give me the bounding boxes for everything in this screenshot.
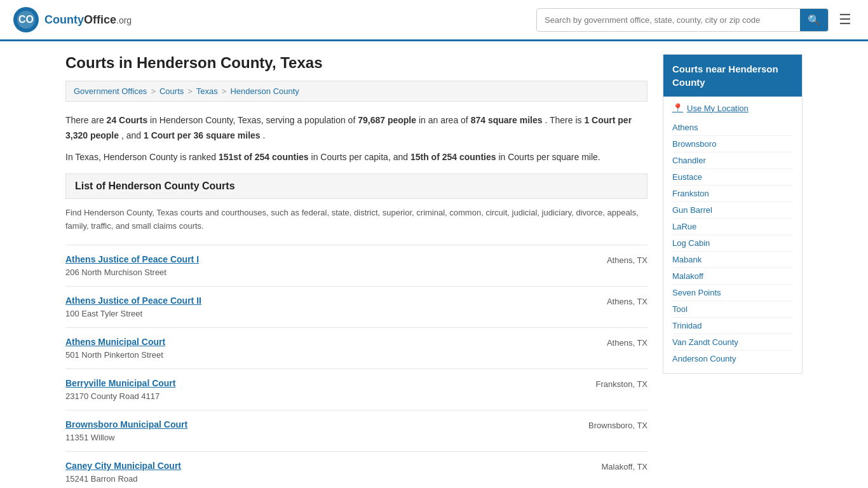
sidebar-item-athens[interactable]: Athens	[672, 119, 793, 136]
court-location-2: Athens, TX	[607, 295, 648, 306]
desc-post2: , and	[121, 130, 144, 140]
table-row: Athens Justice of Peace Court II 100 Eas…	[65, 286, 648, 327]
sidebar-item-frankston[interactable]: Frankston	[672, 186, 793, 202]
sidebar-item-seven-points[interactable]: Seven Points	[672, 285, 793, 301]
description-block: There are 24 Courts in Henderson County,…	[65, 113, 648, 165]
court-location-1: Athens, TX	[607, 254, 648, 265]
court-name-1[interactable]: Athens Justice of Peace Court I	[65, 254, 199, 264]
logo-area: CO CountyOffice.org	[13, 6, 132, 33]
sidebar-content: 📍 Use My Location Athens Brownsboro Chan…	[663, 97, 802, 373]
court-location-3: Athens, TX	[607, 337, 648, 348]
desc-post1: . There is	[545, 115, 584, 125]
sidebar-item-trinidad[interactable]: Trinidad	[672, 318, 793, 334]
sidebar-item-log-cabin[interactable]: Log Cabin	[672, 235, 793, 252]
table-row: Berryville Municipal Court 23170 County …	[65, 369, 648, 410]
search-button[interactable]: 🔍	[800, 9, 828, 31]
court-name-3[interactable]: Athens Municipal Court	[65, 337, 165, 347]
rank2: 15th of 254 counties	[410, 152, 496, 162]
area: 874 square miles	[471, 115, 543, 125]
sidebar: Courts near Henderson County 📍 Use My Lo…	[663, 54, 803, 488]
sidebar-item-tool[interactable]: Tool	[672, 301, 793, 318]
site-header: CO CountyOffice.org 🔍 ☰	[0, 0, 868, 41]
court-location-4: Frankston, TX	[596, 378, 648, 389]
population: 79,687 people	[358, 115, 416, 125]
table-row: Brownsboro Municipal Court 11351 Willow …	[65, 410, 648, 451]
header-right: 🔍 ☰	[536, 8, 855, 32]
menu-icon[interactable]: ☰	[835, 8, 855, 32]
breadcrumb-sep-3: >	[222, 86, 227, 96]
court-name-2[interactable]: Athens Justice of Peace Court II	[65, 295, 201, 306]
court-location-6: Malakoff, TX	[602, 461, 648, 471]
breadcrumb-courts[interactable]: Courts	[159, 86, 184, 96]
sidebar-item-brownsboro[interactable]: Brownsboro	[672, 136, 793, 152]
table-row: Athens Justice of Peace Court I 206 Nort…	[65, 245, 648, 286]
breadcrumb-sep-2: >	[187, 86, 193, 96]
sidebar-item-van-zandt[interactable]: Van Zandt County	[672, 334, 793, 351]
search-input[interactable]	[537, 10, 800, 30]
main-container: Courts in Henderson County, Texas Govern…	[53, 41, 815, 488]
breadcrumb-govt-offices[interactable]: Government Offices	[74, 86, 147, 96]
court-name-6[interactable]: Caney City Municipal Court	[65, 461, 181, 471]
sidebar-item-malakoff[interactable]: Malakoff	[672, 268, 793, 285]
breadcrumb-henderson-county[interactable]: Henderson County	[230, 86, 299, 96]
courts-list: Athens Justice of Peace Court I 206 Nort…	[65, 245, 648, 488]
table-row: Athens Municipal Court 501 North Pinkert…	[65, 327, 648, 369]
sidebar-header: Courts near Henderson County	[663, 55, 802, 97]
use-location-button[interactable]: 📍 Use My Location	[672, 103, 793, 113]
breadcrumb-texas[interactable]: Texas	[196, 86, 218, 96]
desc-end: .	[263, 130, 266, 140]
sidebar-item-larue[interactable]: LaRue	[672, 219, 793, 235]
court-count: 24 Courts	[107, 115, 148, 125]
description-line2: In Texas, Henderson County is ranked 151…	[65, 150, 648, 165]
svg-text:CO: CO	[18, 14, 34, 25]
court-address-5: 11351 Willow	[65, 433, 114, 442]
breadcrumb: Government Offices > Courts > Texas > He…	[65, 81, 648, 102]
search-bar: 🔍	[536, 8, 829, 32]
court-address-6: 15241 Barron Road	[65, 474, 137, 484]
sidebar-item-eustace[interactable]: Eustace	[672, 169, 793, 186]
court-address-4: 23170 County Road 4117	[65, 391, 159, 401]
page-title: Courts in Henderson County, Texas	[65, 54, 648, 72]
list-heading: List of Henderson County Courts	[65, 173, 648, 199]
find-text: Find Henderson County, Texas courts and …	[65, 207, 648, 233]
rank1: 151st of 254 counties	[219, 152, 309, 162]
desc-mid2: in an area of	[419, 115, 471, 125]
sidebar-item-mabank[interactable]: Mabank	[672, 252, 793, 268]
court-address-3: 501 North Pinkerton Street	[65, 350, 163, 360]
desc-mid1: in Henderson County, Texas, serving a po…	[150, 115, 358, 125]
court-address-1: 206 North Murchison Street	[65, 268, 166, 277]
sidebar-box: Courts near Henderson County 📍 Use My Lo…	[663, 54, 803, 374]
sidebar-item-anderson-county[interactable]: Anderson County	[672, 351, 793, 367]
court-name-5[interactable]: Brownsboro Municipal Court	[65, 419, 187, 430]
logo-icon: CO	[13, 6, 39, 33]
use-location-label: Use My Location	[687, 104, 749, 113]
description-line1: There are 24 Courts in Henderson County,…	[65, 113, 648, 144]
content-area: Courts in Henderson County, Texas Govern…	[65, 54, 648, 488]
breadcrumb-sep-1: >	[151, 86, 156, 96]
pin-icon: 📍	[672, 103, 683, 113]
court-name-4[interactable]: Berryville Municipal Court	[65, 378, 175, 388]
court-address-2: 100 East Tyler Street	[65, 309, 142, 318]
per-sqmile: 1 Court per 36 square miles	[144, 130, 261, 140]
sidebar-item-chandler[interactable]: Chandler	[672, 152, 793, 169]
table-row: Caney City Municipal Court 15241 Barron …	[65, 451, 648, 488]
court-location-5: Brownsboro, TX	[588, 419, 648, 430]
sidebar-item-gun-barrel[interactable]: Gun Barrel	[672, 202, 793, 219]
logo-text: CountyOffice.org	[44, 13, 132, 27]
